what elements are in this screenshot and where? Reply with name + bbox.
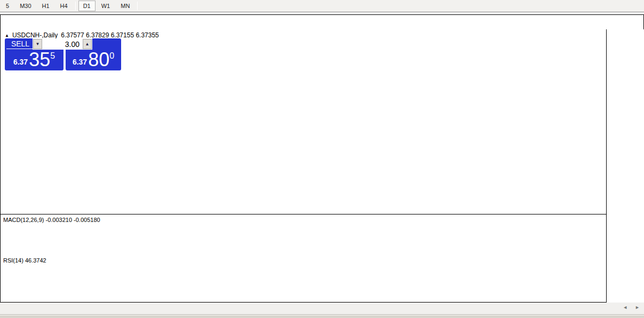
buy-price-big: 80 — [88, 51, 109, 69]
collapse-icon[interactable]: ▲ — [5, 33, 9, 38]
toolbar-separator — [137, 2, 138, 10]
macd-panel[interactable] — [1, 229, 606, 269]
timeframe-button-h1[interactable]: H1 — [37, 1, 54, 11]
buy-button[interactable]: BUY — [156, 39, 180, 49]
buy-price-pip: 0 — [109, 51, 114, 61]
price-axis[interactable] — [606, 29, 644, 317]
toolbar-separator — [75, 2, 76, 10]
ohlc-values: 6.37577 6.37829 6.37155 6.37355 — [61, 31, 159, 39]
timeframe-toolbar: 5M30H1H4D1W1MN — [0, 0, 644, 12]
timeframe-button-d1[interactable]: D1 — [78, 1, 96, 11]
timeframe-button-5[interactable]: 5 — [1, 1, 14, 11]
lot-size-input[interactable] — [42, 39, 83, 49]
macd-caption: MACD(12,26,9) -0.003210 -0.005180 — [3, 217, 100, 223]
symbol-period-label: USDCNH-,Daily — [12, 31, 58, 39]
sell-button[interactable]: SELL — [6, 39, 34, 49]
symbol-tab-bar: ◄ ► — [0, 303, 644, 315]
buy-price-handle: 6.37 — [73, 58, 87, 66]
lot-decrease-button[interactable]: ▼ — [33, 39, 42, 49]
timeframe-button-mn[interactable]: MN — [116, 1, 134, 11]
buy-price: 6.37 80 0 — [66, 50, 121, 70]
sell-price: 6.37 35 5 — [5, 50, 63, 70]
tabs-scroll-left-icon[interactable]: ◄ — [623, 305, 627, 310]
sell-price-big: 35 — [29, 51, 50, 69]
status-strip — [0, 315, 644, 318]
lot-increase-button[interactable]: ▲ — [83, 39, 92, 49]
one-click-trade-panel: SELL 6.37 35 5 BUY 6.37 80 0 ▼ ▲ — [5, 38, 121, 70]
sell-price-handle: 6.37 — [13, 58, 28, 66]
timeframe-button-w1[interactable]: W1 — [97, 1, 115, 11]
sell-price-pip: 5 — [50, 51, 55, 61]
rsi-caption: RSI(14) 46.3742 — [3, 257, 46, 264]
timeframe-button-h4[interactable]: H4 — [55, 1, 73, 11]
chart-window: ▲ USDCNH-,Daily 6.37577 6.37829 6.37155 … — [0, 14, 644, 303]
tabs-scroll-right-icon[interactable]: ► — [635, 305, 640, 310]
timeframe-button-m30[interactable]: M30 — [15, 1, 36, 11]
lot-size-spinner: ▼ ▲ — [33, 38, 92, 50]
chart-title: ▲ USDCNH-,Daily 6.37577 6.37829 6.37155 … — [5, 31, 159, 39]
